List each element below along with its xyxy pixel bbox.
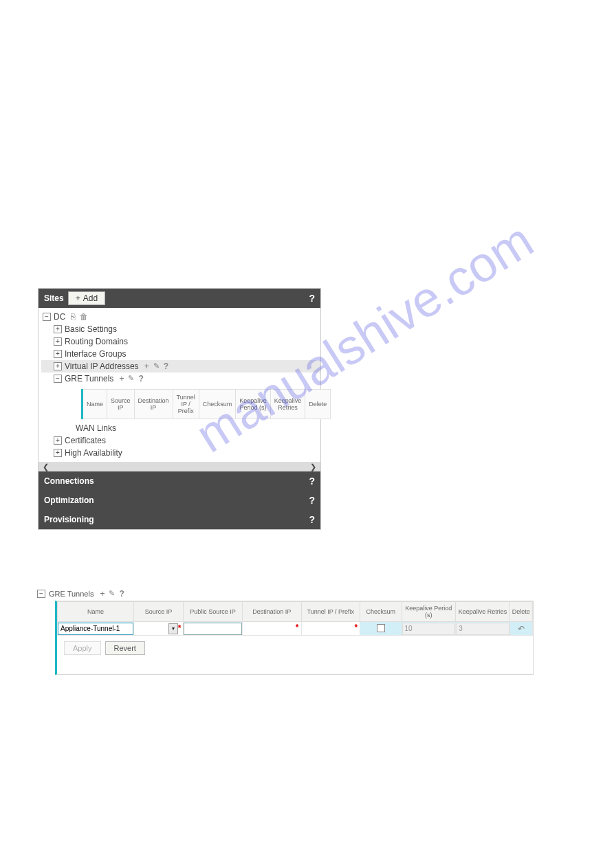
col-public-source-ip: Public Source IP: [184, 602, 243, 622]
col-destination-ip: Destination IP: [134, 390, 173, 419]
pencil-icon[interactable]: ✎: [109, 589, 115, 599]
gre-edit-table-wrap: Name Source IP Public Source IP Destinat…: [55, 601, 534, 675]
horizontal-scrollbar[interactable]: ❮ ❯: [39, 462, 320, 471]
required-icon: *: [354, 623, 358, 632]
provisioning-label: Provisioning: [44, 515, 94, 524]
required-icon: *: [296, 623, 299, 632]
gre-edit-title: GRE Tunnels: [49, 590, 94, 598]
col-source-ip: Source IP: [133, 602, 184, 622]
help-icon[interactable]: ?: [164, 361, 168, 371]
tree-node-certificates[interactable]: + Certificates: [41, 434, 320, 447]
add-button[interactable]: + Add: [68, 291, 105, 305]
sites-header-bar: Sites + Add ?: [39, 289, 320, 308]
gre-tunnels-table: Name Source IP Destination IP Tunnel IP …: [81, 389, 331, 419]
undo-icon[interactable]: ↶: [510, 624, 532, 634]
revert-button[interactable]: Revert: [105, 641, 145, 655]
help-icon[interactable]: ?: [309, 476, 315, 487]
connections-label: Connections: [44, 476, 94, 486]
tree-node-interface-groups[interactable]: + Interface Groups: [41, 348, 320, 360]
col-delete: Delete: [509, 602, 532, 622]
tree-node-gre-tunnels[interactable]: − GRE Tunnels + ✎ ?: [41, 372, 320, 385]
keepalive-period-input[interactable]: [402, 623, 456, 635]
keepalive-retries-input[interactable]: [456, 623, 509, 635]
tree-label: High Availability: [65, 448, 122, 458]
col-keepalive-period: Keepalive Period (s): [402, 602, 456, 622]
connections-bar[interactable]: Connections ?: [39, 471, 320, 491]
tree-label: Virtual IP Addresses: [65, 361, 139, 371]
tree-label: Interface Groups: [65, 349, 126, 359]
tree-label: Certificates: [65, 436, 106, 445]
plus-icon[interactable]: +: [144, 361, 149, 371]
expand-icon[interactable]: +: [54, 350, 62, 358]
optimization-bar[interactable]: Optimization ?: [39, 491, 320, 510]
col-keepalive-retries: Keepalive Retries: [456, 602, 510, 622]
col-checksum: Checksum: [199, 390, 236, 419]
add-label: Add: [83, 293, 98, 303]
tree-label: DC: [54, 312, 65, 322]
provisioning-bar[interactable]: Provisioning ?: [39, 510, 320, 529]
tree-node-routing-domains[interactable]: + Routing Domains: [41, 335, 320, 348]
tree-node-high-availability[interactable]: + High Availability: [41, 447, 320, 459]
tree-label: WAN Links: [76, 423, 116, 433]
name-input[interactable]: [58, 623, 133, 635]
tree-label: GRE Tunnels: [65, 374, 113, 383]
optimization-label: Optimization: [44, 496, 94, 505]
collapse-icon[interactable]: −: [43, 313, 51, 321]
destination-ip-input[interactable]: [243, 623, 293, 635]
help-icon[interactable]: ?: [309, 495, 315, 506]
tree-label: Basic Settings: [65, 324, 117, 334]
plus-icon[interactable]: +: [100, 589, 105, 599]
copy-icon[interactable]: ⎘: [71, 312, 76, 322]
help-icon[interactable]: ?: [119, 589, 124, 599]
tunnel-ip-input[interactable]: [302, 623, 352, 635]
col-keepalive-period: Keepalive Period (s): [236, 390, 271, 419]
help-icon[interactable]: ?: [138, 374, 143, 383]
chevron-right-icon[interactable]: ❯: [310, 463, 316, 471]
sites-panel: Sites + Add ? − DC ⎘ 🗑 + Basic Settings …: [38, 288, 321, 530]
col-tunnel-ip: Tunnel IP / Prefix: [301, 602, 360, 622]
plus-icon: +: [76, 293, 80, 303]
dropdown-icon[interactable]: ▾: [168, 623, 178, 634]
col-delete: Delete: [305, 390, 331, 419]
col-tunnel-ip: Tunnel IP / Prefix: [173, 390, 199, 419]
tree-node-wan-links[interactable]: WAN Links: [41, 422, 320, 434]
gre-edit-table: Name Source IP Public Source IP Destinat…: [57, 601, 533, 636]
sites-title: Sites: [44, 293, 64, 303]
expand-icon[interactable]: +: [54, 436, 62, 445]
col-source-ip: Source IP: [107, 390, 135, 419]
col-checksum: Checksum: [360, 602, 402, 622]
collapse-icon[interactable]: −: [54, 375, 62, 383]
pencil-icon[interactable]: ✎: [153, 361, 160, 371]
expand-icon[interactable]: +: [54, 362, 62, 370]
col-destination-ip: Destination IP: [242, 602, 301, 622]
tree-node-dc[interactable]: − DC ⎘ 🗑: [41, 311, 320, 323]
tree-node-basic-settings[interactable]: + Basic Settings: [41, 323, 320, 335]
expand-icon[interactable]: +: [54, 325, 62, 333]
header-row: Name Source IP Public Source IP Destinat…: [58, 602, 533, 622]
col-name: Name: [83, 390, 107, 419]
gre-edit-header: − GRE Tunnels + ✎ ?: [37, 587, 534, 601]
col-name: Name: [58, 602, 134, 622]
help-icon[interactable]: ?: [309, 514, 315, 525]
edit-row: *▾ * * ↶: [58, 622, 533, 636]
tree-label: Routing Domains: [65, 337, 128, 346]
public-source-ip-input[interactable]: [184, 623, 242, 635]
gre-tunnels-edit-panel: − GRE Tunnels + ✎ ? Name Source IP Publi…: [37, 587, 534, 675]
expand-icon[interactable]: +: [54, 337, 62, 346]
chevron-left-icon[interactable]: ❮: [43, 463, 49, 471]
pencil-icon[interactable]: ✎: [128, 374, 134, 383]
sites-tree: − DC ⎘ 🗑 + Basic Settings + Routing Doma…: [39, 308, 320, 462]
help-icon[interactable]: ?: [309, 293, 315, 304]
required-icon: *: [178, 623, 182, 633]
trash-icon[interactable]: 🗑: [80, 312, 88, 322]
button-row: Apply Revert: [57, 636, 533, 660]
tree-node-virtual-ip[interactable]: + Virtual IP Addresses + ✎ ?: [41, 360, 320, 372]
expand-icon[interactable]: +: [54, 449, 62, 457]
checksum-checkbox[interactable]: [377, 624, 385, 632]
col-keepalive-retries: Keepalive Retries: [270, 390, 305, 419]
collapse-icon[interactable]: −: [37, 590, 45, 598]
apply-button[interactable]: Apply: [64, 641, 101, 655]
plus-icon[interactable]: +: [119, 374, 124, 383]
